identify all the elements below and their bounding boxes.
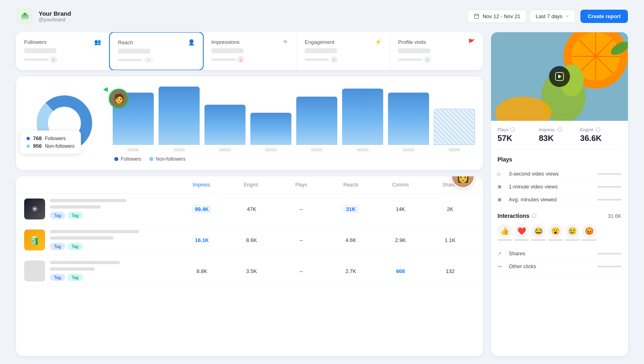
- engagement-icon: ⚡: [375, 39, 382, 45]
- emoji-like: 👍: [497, 224, 512, 241]
- legend-non-followers-bottom: Non-followers: [149, 156, 185, 162]
- table-row: Tag Tag 8.8K 3.5K -- 2.7K 668 132: [16, 256, 483, 287]
- brand-logo: [16, 7, 34, 25]
- cell-impress-3: 8.8K: [177, 268, 227, 274]
- cell-engmt-3: 3.5K: [227, 268, 276, 274]
- metric-title-engagement: Engagement: [305, 39, 334, 45]
- create-report-button[interactable]: Create report: [580, 10, 628, 23]
- shares-icon: ↗: [497, 251, 506, 256]
- brand-name: Your Brand: [39, 10, 71, 17]
- cell-plays-1: --: [277, 206, 326, 212]
- header: Your Brand @yourbrand Nov 12 - Nov 21 La…: [0, 0, 644, 32]
- cell-comms-3: 668: [376, 268, 425, 274]
- stat-plays: Plays 57K: [497, 127, 539, 143]
- bar-7: [388, 85, 429, 151]
- cell-shares-1: 2K: [425, 206, 475, 212]
- emoji-haha: 😂: [531, 224, 546, 241]
- legend-non-followers: 956 Non-followers: [27, 143, 74, 149]
- plays-value: 57K: [497, 134, 539, 143]
- profile-visits-icon: 🚩: [468, 39, 475, 45]
- cell-impress-1: 99.4K: [177, 206, 227, 212]
- donut-legend: 768 Followers 956 Non-followers: [20, 130, 81, 154]
- followers-icon: 👥: [94, 39, 101, 45]
- chart-legend-bottom: Followers Non-followers: [113, 156, 475, 162]
- legend-followers-bottom: Followers: [114, 156, 141, 162]
- impress-label: Impress.: [539, 127, 556, 132]
- other-clicks-row: ↪ Other clicks: [497, 260, 621, 273]
- play-metric-1: ▷ 3-second video views: [497, 168, 621, 180]
- period-label: Last 7 days: [536, 13, 563, 19]
- donut-section: 768 Followers 956 Non-followers: [24, 85, 105, 162]
- impressions-change: ↓: [237, 56, 244, 63]
- play-bar-3: [597, 199, 621, 201]
- cell-reacts-2: 4.6K: [326, 237, 376, 243]
- metric-card-followers[interactable]: Followers 👥 ↑: [16, 32, 109, 70]
- other-clicks-bar: [597, 266, 621, 267]
- post-thumb-1: ✳: [24, 199, 45, 219]
- period-selector[interactable]: Last 7 days: [530, 10, 576, 23]
- right-panel-image: [491, 32, 628, 121]
- impressions-icon: 👁: [283, 39, 288, 45]
- brand-handle: @yourbrand: [39, 17, 71, 23]
- play-bar-1: [597, 173, 621, 175]
- metric-card-reach[interactable]: Reach 👤 →: [109, 32, 204, 70]
- cell-engmt-1: 47K: [227, 206, 276, 212]
- col-reacts: Reacts: [326, 182, 376, 188]
- cell-reacts-1: 31K: [326, 206, 376, 212]
- emoji-love: ❤️: [514, 224, 529, 241]
- table-row: ✳ Tag Tag 99.4K 47K --: [16, 194, 483, 225]
- table-row: 🧃 Tag Tag 16.1K 8.6K --: [16, 225, 483, 256]
- engmt-value: 36.6K: [580, 134, 621, 143]
- cell-engmt-2: 8.6K: [227, 237, 276, 243]
- post-tag-5: Tag: [50, 274, 65, 281]
- post-info-1: Tag Tag: [50, 199, 177, 219]
- other-clicks-label: Other clicks: [509, 263, 597, 269]
- plays-section-title: Plays: [497, 156, 621, 163]
- play-label-2: 1-minute video views: [509, 184, 597, 190]
- bar-2: [159, 85, 200, 151]
- interactions-title: Interactions: [497, 213, 529, 219]
- post-thumb-3: [24, 261, 45, 281]
- cell-comms-2: 2.9K: [376, 237, 425, 243]
- profile-visits-change: ↑: [424, 56, 431, 63]
- bar-3: [204, 85, 246, 151]
- cell-plays-2: --: [277, 237, 326, 243]
- metric-card-impressions[interactable]: Impressions 👁 ↓: [203, 32, 297, 70]
- col-comms: Comms: [376, 182, 425, 188]
- bars-chart: [113, 85, 475, 151]
- left-panel: Followers 👥 ↑ Reach 👤: [16, 32, 483, 356]
- engmt-label: Engmt.: [580, 127, 594, 132]
- bar-6: [342, 85, 383, 151]
- play-icon-1: ▷: [497, 171, 506, 177]
- video-play-overlay[interactable]: [549, 66, 570, 87]
- bar-5: [296, 85, 337, 151]
- stats-row: Plays 57K Impress. 83K: [497, 127, 621, 150]
- right-panel: Plays 57K Impress. 83K: [491, 32, 628, 356]
- svg-marker-21: [558, 74, 561, 79]
- floating-avatar: 👩 ◄: [451, 176, 475, 188]
- cell-impress-2: 16.1K: [177, 237, 227, 243]
- post-tag-6: Tag: [68, 274, 83, 281]
- cell-shares-3: 132: [425, 268, 475, 274]
- col-plays: Plays: [277, 182, 326, 188]
- brand-info: Your Brand @yourbrand: [16, 7, 71, 25]
- metric-card-engagement[interactable]: Engagement ⚡ ↑: [297, 32, 390, 70]
- brand-details: Your Brand @yourbrand: [39, 10, 71, 23]
- emoji-sad: 😢: [565, 224, 580, 241]
- impress-value: 83K: [539, 134, 580, 143]
- cell-plays-3: --: [277, 268, 326, 274]
- chart-area: ◄ 🧑: [16, 77, 483, 170]
- post-tag-4: Tag: [68, 243, 83, 250]
- followers-change: ↑: [50, 56, 57, 63]
- date-range-picker[interactable]: Nov 12 - Nov 21: [468, 10, 526, 23]
- stat-impressions: Impress. 83K: [539, 127, 580, 143]
- bar-8: [434, 85, 475, 151]
- col-impress: Impress.: [177, 182, 227, 188]
- shares-label: Shares: [509, 250, 597, 256]
- interactions-value: 31.6K: [608, 213, 621, 219]
- avatar-tooltip: ◄ 🧑: [109, 89, 129, 109]
- play-label-1: 3-second video views: [509, 171, 597, 177]
- interactions-row: Interactions 31.6K: [497, 213, 621, 219]
- col-engmt: Engmt.: [227, 182, 276, 188]
- metric-card-profile-visits[interactable]: Profile visits 🚩 ↑: [390, 32, 483, 70]
